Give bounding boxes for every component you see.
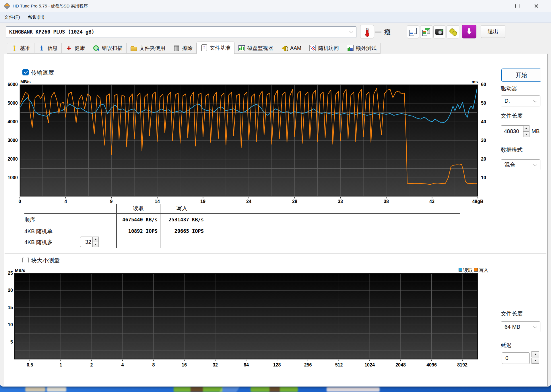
chevron-down-icon (533, 99, 537, 102)
check-icon (24, 70, 28, 74)
tab-info[interactable]: i信息 (34, 43, 62, 54)
y-right-tick-label: 10 (481, 175, 486, 180)
x-tick-label: 256 (295, 362, 321, 368)
save-results-button[interactable] (462, 25, 476, 38)
tab-error-scan[interactable]: 错误扫描 (89, 43, 127, 54)
tab-label: 擦除 (182, 45, 193, 52)
minimize-button[interactable] (489, 0, 508, 12)
block-file-length-dropdown[interactable]: 64 MB (501, 321, 540, 332)
tab-extra-tests[interactable]: 额外测试 (343, 43, 381, 54)
y-axis-unit-ms: ms (460, 79, 478, 84)
tab-label: 磁盘监视器 (247, 45, 273, 52)
delay-spin-down[interactable] (531, 358, 539, 364)
tab-erase[interactable]: 擦除 (169, 43, 197, 54)
exit-button[interactable]: 退出 (481, 25, 505, 38)
speaker-icon (281, 45, 288, 52)
queue-depth-input[interactable]: 32 (80, 237, 93, 247)
minimize-icon (497, 6, 500, 6)
temperature-value: — (375, 28, 381, 36)
health-cross-icon: + (65, 45, 72, 52)
tab-label: 信息 (47, 45, 58, 52)
menu-bar: 文件(F) 帮助(H) (0, 12, 551, 23)
temperature-button[interactable] (360, 25, 374, 38)
desktop-icon-blur (251, 387, 298, 392)
tab-label: 基准 (20, 45, 30, 52)
y-axis-unit-mbs-2: MB/s (15, 268, 25, 273)
x-tick-label: 9 (100, 199, 123, 204)
queue-depth-spinner[interactable] (92, 237, 99, 247)
menu-help[interactable]: 帮助(H) (28, 12, 44, 22)
tab-aam[interactable]: AAM (277, 43, 305, 54)
menu-file[interactable]: 文件(F) (4, 12, 20, 22)
magnifier-icon (93, 45, 100, 52)
tab-random-access[interactable]: 随机访问 (305, 43, 343, 54)
spin-down-icon[interactable] (523, 131, 529, 137)
row-label-4kb-multi: 4KB 随机多 (24, 239, 53, 246)
tab-folder-usage[interactable]: 文件夹使用 (127, 43, 169, 54)
drive-selector-dropdown[interactable]: KINGBANK KP260 PLUS (1024 gB) (6, 26, 356, 38)
trash-icon (173, 45, 180, 52)
x-tick-label: 33 (329, 199, 352, 204)
section-divider (5, 253, 546, 254)
start-button[interactable]: 开始 (501, 69, 541, 82)
row-label-4kb-single: 4KB 随机单 (24, 228, 53, 235)
camera-icon (435, 29, 443, 35)
delay-input[interactable]: 0 (502, 352, 530, 364)
options-button[interactable] (447, 25, 459, 38)
file-length-spinner[interactable] (523, 125, 529, 137)
y-right-tick-label: 40 (481, 119, 486, 124)
y-left-tick-label: 2000 (0, 157, 18, 162)
app-icon (3, 3, 10, 9)
copy-image-button[interactable] (420, 25, 432, 38)
data-mode-dropdown[interactable]: 混合 (501, 159, 540, 170)
y-right-tick-label: 30 (481, 138, 486, 143)
spin-up-icon[interactable] (523, 125, 529, 131)
y-left-tick-label: 1000 (0, 175, 18, 180)
x-tick-label: 4 (54, 199, 77, 204)
table-header-read: 读取 (117, 205, 160, 212)
tab-label: 随机访问 (318, 45, 339, 52)
delay-value: 0 (505, 353, 509, 364)
tab-disk-monitor[interactable]: 磁盘监视器 (234, 43, 277, 54)
tab-file-benchmark[interactable]: !文件基准 (197, 42, 234, 54)
chevron-down-icon (350, 30, 353, 33)
title-bar: HD Tune Pro 5.75 - 硬盘/SSD 实用程序 (0, 0, 551, 12)
copy-text-button[interactable] (407, 25, 419, 38)
y-left-tick-label: 5000 (0, 101, 18, 106)
table-header-write: 写入 (160, 205, 204, 212)
file-benchmark-icon: ! (201, 44, 207, 51)
tab-bar: !基准 i信息 +健康 错误扫描 文件夹使用 擦除 !文件基准 磁盘监视器 AA… (7, 42, 381, 54)
exclamation-icon: ! (11, 45, 18, 52)
tab-label: 额外测试 (356, 45, 377, 52)
tab-benchmark[interactable]: !基准 (7, 43, 34, 54)
copy-icon (409, 28, 417, 36)
x-tick-label: 24 (237, 199, 260, 204)
block-size-checkbox[interactable] (22, 257, 29, 263)
legend-write-label: 写入 (479, 267, 488, 274)
x-tick-label: 16 (171, 362, 197, 368)
screenshot-button[interactable] (433, 25, 445, 38)
x-tick-label: 512 (326, 362, 352, 368)
queue-depth-value: 32 (80, 237, 91, 247)
y-right-tick-label: 50 (481, 101, 486, 106)
close-button[interactable] (527, 0, 546, 12)
y-left-tick-label: 5 (0, 340, 13, 345)
tab-health[interactable]: +健康 (62, 43, 89, 54)
sequential-write-value: 2531437 KB/s (161, 217, 204, 223)
delay-spin-up[interactable] (531, 351, 539, 357)
maximize-button[interactable] (508, 0, 527, 12)
spin-up-icon[interactable] (92, 237, 99, 242)
transfer-speed-checkbox[interactable] (22, 69, 29, 75)
temperature-unit: 癈 (384, 28, 391, 36)
block-file-length-value: 64 MB (505, 322, 520, 332)
file-length-input[interactable]: 48830 (501, 125, 523, 137)
y-left-tick-label: 20 (0, 288, 13, 293)
x-tick-label: 128 (264, 362, 290, 368)
random-single-write-value: 29665 IOPS (161, 228, 204, 234)
y-axis-unit-mbs: MB/s (20, 79, 31, 84)
desktop-icon-blur (327, 387, 380, 392)
spin-down-icon[interactable] (92, 242, 99, 247)
drive-selector-value: KINGBANK KP260 PLUS (1024 gB) (9, 27, 94, 37)
drive-dropdown[interactable]: D: (501, 95, 540, 106)
file-length-unit: MB (531, 128, 540, 134)
